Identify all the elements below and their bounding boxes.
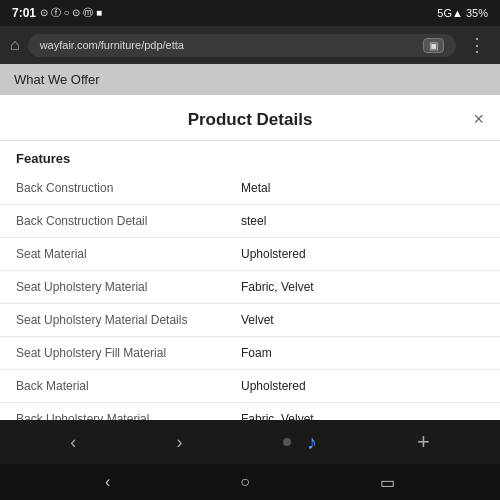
nav-dot — [283, 438, 291, 446]
section-header: What We Offer — [0, 64, 500, 95]
table-row: Back Upholstery MaterialFabric, Velvet — [0, 403, 500, 421]
details-table: Back ConstructionMetalBack Construction … — [0, 172, 500, 420]
plus-button[interactable]: + — [417, 429, 430, 455]
table-row: Seat Upholstery Fill MaterialFoam — [0, 337, 500, 370]
row-label: Seat Material — [0, 238, 225, 271]
back-nav-icon[interactable]: ‹ — [70, 432, 76, 453]
table-row: Seat Upholstery MaterialFabric, Velvet — [0, 271, 500, 304]
row-label: Seat Upholstery Material Details — [0, 304, 225, 337]
features-label: Features — [0, 141, 500, 172]
modal-header: Product Details × — [0, 95, 500, 141]
modal-panel: Product Details × Features Back Construc… — [0, 95, 500, 420]
row-value: Upholstered — [225, 370, 500, 403]
row-label: Back Upholstery Material — [0, 403, 225, 421]
music-icon[interactable]: ♪ — [307, 431, 317, 454]
table-row: Seat MaterialUpholstered — [0, 238, 500, 271]
android-recents-button[interactable]: ▭ — [380, 473, 395, 492]
row-value: Velvet — [225, 304, 500, 337]
modal-title: Product Details — [40, 110, 460, 130]
row-value: Upholstered — [225, 238, 500, 271]
row-label: Seat Upholstery Fill Material — [0, 337, 225, 370]
modal-area[interactable]: Product Details × Features Back Construc… — [0, 95, 500, 420]
status-icons: ⊙ ⓕ ○ ⊙ ⓜ ■ — [40, 6, 102, 20]
tab-count[interactable]: ▣ — [423, 38, 444, 53]
status-time: 7:01 — [12, 6, 36, 20]
status-bar: 7:01 ⊙ ⓕ ○ ⊙ ⓜ ■ 5G▲ 35% — [0, 0, 500, 26]
table-row: Back Construction Detailsteel — [0, 205, 500, 238]
browser-bar: ⌂ wayfair.com/furniture/pdp/etta ▣ ⋮ — [0, 26, 500, 64]
row-value: Metal — [225, 172, 500, 205]
status-left: 7:01 ⊙ ⓕ ○ ⊙ ⓜ ■ — [12, 6, 102, 20]
close-button[interactable]: × — [460, 109, 484, 130]
row-label: Seat Upholstery Material — [0, 271, 225, 304]
home-icon[interactable]: ⌂ — [10, 36, 20, 54]
row-value: Fabric, Velvet — [225, 403, 500, 421]
table-row: Back ConstructionMetal — [0, 172, 500, 205]
status-right: 5G▲ 35% — [437, 7, 488, 19]
row-label: Back Material — [0, 370, 225, 403]
nav-bar: ‹ › ♪ + — [0, 420, 500, 464]
row-label: Back Construction Detail — [0, 205, 225, 238]
forward-nav-icon[interactable]: › — [176, 432, 182, 453]
row-value: steel — [225, 205, 500, 238]
more-button[interactable]: ⋮ — [464, 34, 490, 56]
row-value: Foam — [225, 337, 500, 370]
section-header-text: What We Offer — [14, 72, 100, 87]
screen: 7:01 ⊙ ⓕ ○ ⊙ ⓜ ■ 5G▲ 35% ⌂ wayfair.com/f… — [0, 0, 500, 500]
signal-text: 5G▲ 35% — [437, 7, 488, 19]
table-row: Seat Upholstery Material DetailsVelvet — [0, 304, 500, 337]
android-home-button[interactable]: ○ — [240, 473, 250, 491]
row-label: Back Construction — [0, 172, 225, 205]
android-nav: ‹ ○ ▭ — [0, 464, 500, 500]
row-value: Fabric, Velvet — [225, 271, 500, 304]
url-bar[interactable]: wayfair.com/furniture/pdp/etta ▣ — [28, 34, 456, 57]
nav-center: ♪ — [283, 431, 317, 454]
android-back-button[interactable]: ‹ — [105, 473, 110, 491]
url-text: wayfair.com/furniture/pdp/etta — [40, 39, 184, 51]
table-row: Back MaterialUpholstered — [0, 370, 500, 403]
